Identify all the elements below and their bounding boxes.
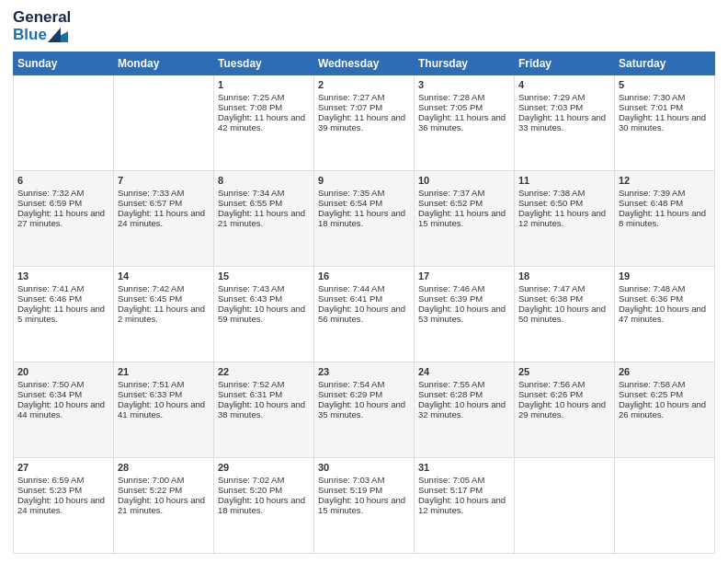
calendar-cell — [114, 75, 214, 171]
calendar-cell — [14, 75, 114, 171]
daylight: Daylight: 10 hours and 56 minutes. — [318, 304, 405, 324]
day-number: 14 — [118, 270, 210, 282]
sunset: Sunset: 6:46 PM — [17, 293, 82, 304]
calendar-week-5: 27Sunrise: 6:59 AMSunset: 5:23 PMDayligh… — [14, 458, 715, 554]
calendar-cell: 9Sunrise: 7:35 AMSunset: 6:54 PMDaylight… — [314, 171, 415, 267]
day-number: 12 — [619, 175, 711, 186]
sunset: Sunset: 5:19 PM — [318, 485, 382, 495]
sunset: Sunset: 7:08 PM — [218, 102, 282, 112]
day-number: 1 — [218, 79, 310, 90]
sunset: Sunset: 7:07 PM — [318, 102, 382, 112]
sunset: Sunset: 6:57 PM — [118, 198, 182, 208]
daylight: Daylight: 10 hours and 41 minutes. — [118, 399, 205, 419]
sunset: Sunset: 6:48 PM — [619, 198, 683, 208]
sunrise: Sunrise: 7:30 AM — [619, 92, 685, 102]
sunset: Sunset: 5:17 PM — [418, 485, 483, 495]
calendar-cell: 17Sunrise: 7:46 AMSunset: 6:39 PMDayligh… — [415, 267, 515, 362]
calendar-header-saturday: Saturday — [615, 52, 715, 75]
sunrise: Sunrise: 7:00 AM — [118, 475, 184, 485]
sunrise: Sunrise: 7:33 AM — [118, 188, 184, 198]
calendar-cell: 10Sunrise: 7:37 AMSunset: 6:52 PMDayligh… — [415, 171, 515, 267]
calendar-cell: 18Sunrise: 7:47 AMSunset: 6:38 PMDayligh… — [515, 267, 615, 362]
sunset: Sunset: 6:55 PM — [218, 198, 282, 208]
sunset: Sunset: 5:22 PM — [118, 485, 182, 495]
daylight: Daylight: 11 hours and 27 minutes. — [17, 208, 105, 228]
sunrise: Sunrise: 7:25 AM — [218, 92, 284, 102]
day-number: 21 — [118, 366, 210, 377]
daylight: Daylight: 11 hours and 24 minutes. — [118, 208, 205, 228]
calendar-cell: 7Sunrise: 7:33 AMSunset: 6:57 PMDaylight… — [114, 171, 214, 267]
calendar-week-3: 13Sunrise: 7:41 AMSunset: 6:46 PMDayligh… — [14, 267, 715, 362]
day-number: 17 — [418, 270, 510, 282]
day-number: 29 — [218, 462, 310, 473]
calendar-cell: 6Sunrise: 7:32 AMSunset: 6:59 PMDaylight… — [14, 171, 114, 267]
calendar-header-monday: Monday — [114, 52, 214, 75]
svg-marker-1 — [48, 28, 61, 42]
day-number: 9 — [318, 175, 410, 186]
sunrise: Sunrise: 6:59 AM — [17, 475, 84, 485]
sunrise: Sunrise: 7:02 AM — [218, 475, 284, 485]
calendar-cell: 4Sunrise: 7:29 AMSunset: 7:03 PMDaylight… — [515, 75, 615, 171]
sunrise: Sunrise: 7:56 AM — [518, 379, 585, 389]
calendar-cell: 23Sunrise: 7:54 AMSunset: 6:29 PMDayligh… — [314, 362, 415, 458]
calendar-cell: 13Sunrise: 7:41 AMSunset: 6:46 PMDayligh… — [14, 267, 114, 362]
calendar-cell: 1Sunrise: 7:25 AMSunset: 7:08 PMDaylight… — [214, 75, 314, 171]
calendar-cell — [615, 458, 715, 554]
daylight: Daylight: 10 hours and 29 minutes. — [518, 399, 606, 419]
sunset: Sunset: 6:50 PM — [518, 198, 583, 208]
daylight: Daylight: 11 hours and 30 minutes. — [619, 112, 706, 132]
calendar-cell: 22Sunrise: 7:52 AMSunset: 6:31 PMDayligh… — [214, 362, 314, 458]
sunset: Sunset: 6:28 PM — [418, 389, 483, 399]
sunrise: Sunrise: 7:52 AM — [218, 379, 284, 389]
calendar-week-1: 1Sunrise: 7:25 AMSunset: 7:08 PMDaylight… — [14, 75, 715, 171]
daylight: Daylight: 10 hours and 26 minutes. — [619, 399, 706, 419]
daylight: Daylight: 10 hours and 18 minutes. — [218, 495, 305, 515]
daylight: Daylight: 10 hours and 59 minutes. — [218, 304, 305, 324]
day-number: 5 — [619, 79, 711, 90]
day-number: 26 — [619, 366, 711, 377]
calendar-cell: 5Sunrise: 7:30 AMSunset: 7:01 PMDaylight… — [615, 75, 715, 171]
day-number: 8 — [218, 175, 310, 186]
sunrise: Sunrise: 7:34 AM — [218, 188, 284, 198]
calendar-header-row: SundayMondayTuesdayWednesdayThursdayFrid… — [14, 52, 715, 75]
day-number: 25 — [518, 366, 610, 377]
daylight: Daylight: 11 hours and 2 minutes. — [118, 304, 205, 324]
daylight: Daylight: 11 hours and 21 minutes. — [218, 208, 305, 228]
day-number: 22 — [218, 366, 310, 377]
day-number: 20 — [17, 366, 109, 377]
calendar-table: SundayMondayTuesdayWednesdayThursdayFrid… — [13, 52, 715, 554]
sunset: Sunset: 6:39 PM — [418, 293, 483, 304]
sunrise: Sunrise: 7:38 AM — [518, 188, 585, 198]
calendar-cell: 14Sunrise: 7:42 AMSunset: 6:45 PMDayligh… — [114, 267, 214, 362]
day-number: 18 — [518, 270, 610, 282]
day-number: 16 — [318, 270, 410, 282]
daylight: Daylight: 10 hours and 47 minutes. — [619, 304, 706, 324]
calendar-header-thursday: Thursday — [415, 52, 515, 75]
day-number: 15 — [218, 270, 310, 282]
daylight: Daylight: 10 hours and 35 minutes. — [318, 399, 405, 419]
sunset: Sunset: 7:03 PM — [518, 102, 583, 112]
calendar-cell: 21Sunrise: 7:51 AMSunset: 6:33 PMDayligh… — [114, 362, 214, 458]
calendar-header-wednesday: Wednesday — [314, 52, 415, 75]
calendar-cell: 11Sunrise: 7:38 AMSunset: 6:50 PMDayligh… — [515, 171, 615, 267]
sunrise: Sunrise: 7:44 AM — [318, 283, 384, 293]
sunset: Sunset: 6:31 PM — [218, 389, 282, 399]
sunrise: Sunrise: 7:43 AM — [218, 283, 284, 293]
calendar-cell: 12Sunrise: 7:39 AMSunset: 6:48 PMDayligh… — [615, 171, 715, 267]
sunrise: Sunrise: 7:35 AM — [318, 188, 384, 198]
calendar-cell: 20Sunrise: 7:50 AMSunset: 6:34 PMDayligh… — [14, 362, 114, 458]
sunset: Sunset: 5:23 PM — [17, 485, 82, 495]
daylight: Daylight: 10 hours and 12 minutes. — [418, 495, 506, 515]
sunrise: Sunrise: 7:03 AM — [318, 475, 384, 485]
daylight: Daylight: 11 hours and 42 minutes. — [218, 112, 305, 132]
calendar-header-sunday: Sunday — [14, 52, 114, 75]
sunrise: Sunrise: 7:05 AM — [418, 475, 484, 485]
sunrise: Sunrise: 7:37 AM — [418, 188, 484, 198]
day-number: 27 — [17, 462, 109, 473]
sunrise: Sunrise: 7:32 AM — [17, 188, 84, 198]
calendar-cell: 31Sunrise: 7:05 AMSunset: 5:17 PMDayligh… — [415, 458, 515, 554]
sunset: Sunset: 6:41 PM — [318, 293, 382, 304]
daylight: Daylight: 11 hours and 33 minutes. — [518, 112, 606, 132]
sunset: Sunset: 6:38 PM — [518, 293, 583, 304]
day-number: 23 — [318, 366, 410, 377]
